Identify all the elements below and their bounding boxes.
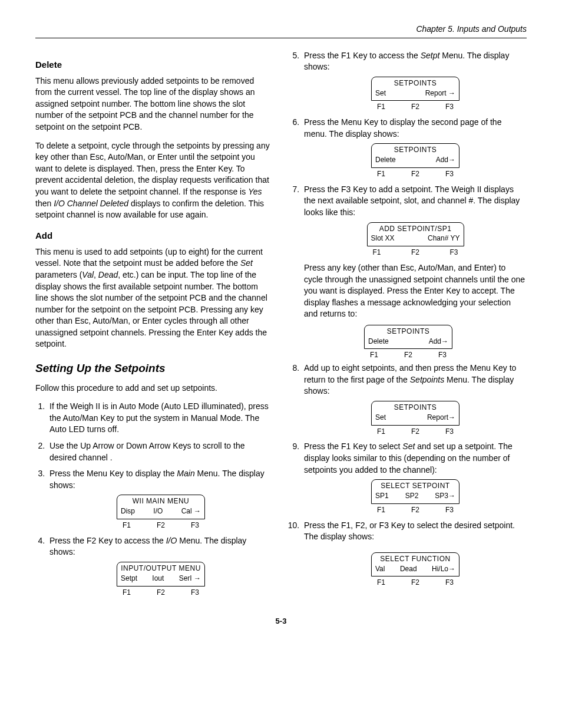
delete-p1: This menu allows previously added setpoi… — [35, 75, 272, 133]
steps-right-2: Add up to eight setpoints, and then pres… — [290, 363, 527, 588]
step-7: Press the F3 Key to add a setpoint. The … — [302, 184, 527, 258]
steps-right: Press the F1 Key to access the Setpt Men… — [290, 50, 527, 258]
chapter-header: Chapter 5. Inputs and Outputs — [35, 24, 527, 38]
display-setpoints-2: SETPOINTS Delete Add→ F1 F2 F3 — [371, 143, 459, 179]
content-columns: Delete This menu allows previously added… — [35, 50, 527, 602]
left-column: Delete This menu allows previously added… — [35, 50, 272, 602]
step-1: If the Weigh II is in Auto Mode (Auto LE… — [47, 401, 272, 436]
step-6: Press the Menu Key to display the second… — [302, 117, 527, 179]
add-heading: Add — [35, 229, 272, 242]
step-3: Press the Menu Key to display the Main M… — [47, 468, 272, 531]
page-number: 5-3 — [35, 616, 527, 627]
display-add-setpoint: ADD SETPOINT/SP1 Slot XX Chan# YY F1 F2 … — [367, 222, 464, 258]
setup-intro: Follow this procedure to add and set up … — [35, 383, 272, 394]
step-9: Press the F1 Key to select Set and set u… — [302, 441, 527, 515]
display-setpoints-1: SETPOINTS Set Report → F1 F2 F3 — [371, 77, 459, 112]
display-select-setpoint: SELECT SETPOINT SP1 SP2 SP3→ F1 F2 F3 — [371, 479, 459, 515]
right-column: Press the F1 Key to access the Setpt Men… — [290, 50, 527, 602]
steps-left: If the Weigh II is in Auto Mode (Auto LE… — [35, 401, 272, 597]
display-setpoints-3: SETPOINTS Delete Add→ F1 F2 F3 — [364, 325, 452, 360]
step-2: Use the Up Arrow or Down Arrow Keys to s… — [47, 440, 272, 463]
display-select-function: SELECT FUNCTION Val Dead Hi/Lo→ F1 F2 F3 — [371, 552, 459, 588]
step-10: Press the F1, F2, or F3 Key to select th… — [302, 520, 527, 588]
display-setpoints-4: SETPOINTS Set Report→ F1 F2 F3 — [371, 401, 459, 436]
delete-heading: Delete — [35, 58, 272, 71]
step-8: Add up to eight setpoints, and then pres… — [302, 363, 527, 436]
display-main-menu: WII MAIN MENU Disp I/O Cal → F1 F2 F3 — [117, 495, 205, 530]
step-7-continued: Press any key (other than Esc, Auto/Man,… — [304, 262, 527, 320]
step-5: Press the F1 Key to access the Setpt Men… — [302, 50, 527, 113]
add-p1: This menu is used to add setpoints (up t… — [35, 246, 272, 350]
setting-up-heading: Setting Up the Setpoints — [35, 361, 272, 377]
delete-p2: To delete a setpoint, cycle through the … — [35, 140, 272, 221]
step-4: Press the F2 Key to access the I/O Menu.… — [47, 535, 272, 598]
display-io-menu: INPUT/OUTPUT MENU Setpt Iout SerI → F1 F… — [117, 562, 205, 597]
